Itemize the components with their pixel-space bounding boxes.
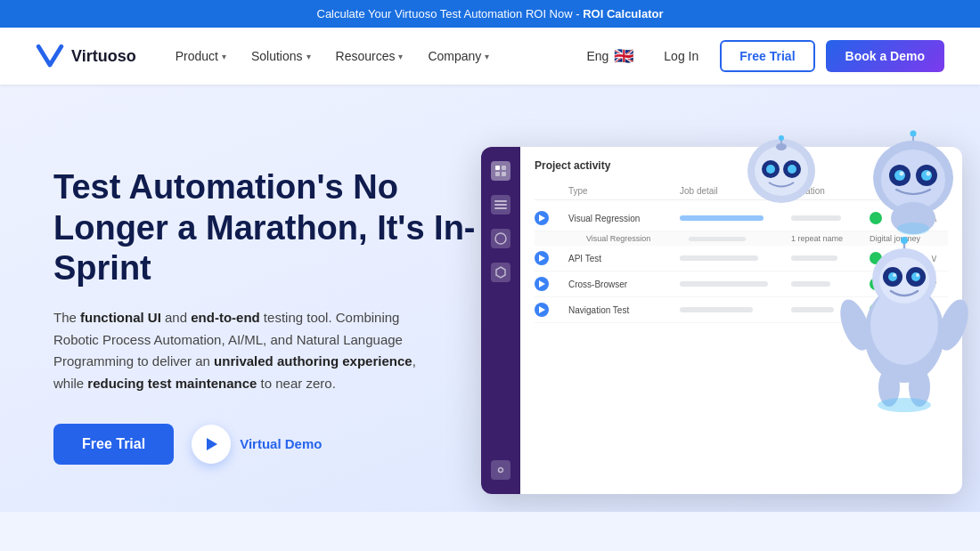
sidebar-nav-icon-4 xyxy=(491,263,510,282)
lang-label: Eng xyxy=(586,49,608,63)
svg-rect-6 xyxy=(494,207,507,209)
nav-company-label: Company xyxy=(428,49,481,63)
sub-row-label: Visual Regression xyxy=(586,234,682,243)
svg-point-17 xyxy=(779,135,784,141)
chevron-down-icon: ▾ xyxy=(306,52,311,61)
bold-functional-ui: functional UI xyxy=(80,310,161,325)
bold-end-to-end: end-to-end xyxy=(191,310,259,325)
col-expand xyxy=(930,186,948,196)
sub-label: Digital journey xyxy=(870,234,923,243)
svg-rect-5 xyxy=(494,204,507,206)
col-duration: Duration xyxy=(791,186,862,196)
svg-rect-4 xyxy=(494,200,507,202)
status-badge xyxy=(870,212,882,224)
mockup-sidebar xyxy=(481,147,520,494)
play-triangle-icon xyxy=(207,438,217,450)
login-button[interactable]: Log In xyxy=(653,44,709,69)
hero-section: Test Automation's No Longer a Marathon, … xyxy=(0,85,980,512)
nav-item-product[interactable]: Product ▾ xyxy=(165,42,237,70)
row-type-label: Cross-Browser xyxy=(568,280,673,289)
table-row: API Test ∨ xyxy=(535,246,948,271)
flag-icon: 🇬🇧 xyxy=(614,46,633,66)
col-type: Type xyxy=(568,186,673,196)
hero-left: Test Automation's No Longer a Marathon, … xyxy=(53,167,481,465)
hero-right: Project activity Type Job detail Duratio… xyxy=(481,120,962,512)
sub-bar xyxy=(689,237,746,241)
svg-point-7 xyxy=(495,233,506,244)
table-row: Navigation Test ∨ xyxy=(535,297,948,323)
hero-free-trial-button[interactable]: Free Trial xyxy=(53,424,174,465)
row-duration-bar xyxy=(791,307,834,312)
nav-solutions-label: Solutions xyxy=(251,49,303,63)
logo-icon xyxy=(36,44,64,69)
play-icon[interactable] xyxy=(192,425,231,464)
row-type-label: API Test xyxy=(568,254,673,263)
book-demo-button[interactable]: Book a Demo xyxy=(826,40,944,72)
chevron-down-icon: ▾ xyxy=(398,52,403,61)
table-row: Cross-Browser ∨ xyxy=(535,271,948,297)
play-row-icon[interactable] xyxy=(535,251,549,265)
logo-text: Virtuoso xyxy=(71,47,136,66)
expand-icon[interactable]: ∨ xyxy=(930,304,948,316)
status-badge xyxy=(870,252,882,264)
banner-link[interactable]: ROI Calculator xyxy=(583,7,663,20)
table-sub-row: Visual Regression 1 repeat name Digital … xyxy=(535,231,948,246)
row-job-bar xyxy=(680,281,768,287)
collapse-icon[interactable]: ∧ xyxy=(930,212,948,224)
play-row-icon[interactable] xyxy=(535,277,549,291)
row-type-label: Navigation Test xyxy=(568,305,673,315)
nav-item-resources[interactable]: Resources ▾ xyxy=(325,42,414,70)
nav-item-solutions[interactable]: Solutions ▾ xyxy=(241,42,322,70)
nav-links: Product ▾ Solutions ▾ Resources ▾ Compan… xyxy=(165,42,578,70)
mockup-table-header: Type Job detail Duration xyxy=(535,182,948,200)
chevron-down-icon: ▾ xyxy=(222,52,226,61)
svg-point-8 xyxy=(499,468,503,473)
table-row: Visual Regression ∧ xyxy=(535,206,948,231)
row-job-bar xyxy=(680,215,764,221)
nav-product-label: Product xyxy=(176,49,218,63)
virtual-demo-button[interactable]: Virtual Demo xyxy=(192,425,322,464)
sidebar-settings-icon xyxy=(491,460,510,480)
row-duration-bar xyxy=(791,215,841,221)
language-selector[interactable]: Eng 🇬🇧 xyxy=(577,41,642,71)
sidebar-nav-icon-2 xyxy=(491,195,510,215)
row-duration-bar xyxy=(791,281,830,287)
nav-right: Eng 🇬🇧 Log In Free Trial Book a Demo xyxy=(577,40,944,72)
row-type-label: Visual Regression xyxy=(568,214,673,223)
nav-item-company[interactable]: Company ▾ xyxy=(417,42,500,70)
row-job-bar xyxy=(680,307,753,312)
hero-cta: Free Trial Virtual Demo xyxy=(53,424,481,465)
top-banner: Calculate Your Virtuoso Test Automation … xyxy=(0,0,980,28)
col-status xyxy=(870,186,923,196)
mockup-main: Project activity Type Job detail Duratio… xyxy=(520,147,962,494)
expand-icon[interactable]: ∨ xyxy=(930,252,948,264)
hero-description: The functional UI and end-to-end testing… xyxy=(53,307,445,395)
sidebar-bottom xyxy=(491,460,510,480)
row-job-bar xyxy=(680,255,758,261)
play-row-icon[interactable] xyxy=(535,211,549,225)
status-badge xyxy=(870,278,882,290)
sidebar-nav-icon-3 xyxy=(491,229,510,248)
free-trial-nav-button[interactable]: Free Trial xyxy=(720,40,814,72)
bold-authoring: unrivaled authoring experience xyxy=(214,353,412,369)
banner-text: Calculate Your Virtuoso Test Automation … xyxy=(317,7,584,20)
ui-mockup: Project activity Type Job detail Duratio… xyxy=(481,147,962,494)
expand-icon[interactable]: ∨ xyxy=(930,278,948,290)
col-play xyxy=(535,186,561,196)
svg-point-44 xyxy=(911,131,917,137)
sidebar-nav-icon-1 xyxy=(491,161,510,181)
nav-resources-label: Resources xyxy=(336,49,396,63)
sub-duration: 1 repeat name xyxy=(791,234,862,243)
svg-rect-2 xyxy=(495,172,500,176)
svg-rect-1 xyxy=(502,166,506,170)
row-duration-bar xyxy=(791,255,837,261)
svg-rect-0 xyxy=(495,166,500,170)
logo-area[interactable]: Virtuoso xyxy=(36,44,136,69)
play-row-icon[interactable] xyxy=(535,303,549,317)
mockup-project-activity-header: Project activity xyxy=(535,159,948,172)
virtual-demo-label: Virtual Demo xyxy=(240,436,322,451)
status-badge xyxy=(870,304,882,316)
svg-rect-3 xyxy=(502,172,506,176)
bold-maintenance: reducing test maintenance xyxy=(87,376,257,391)
chevron-down-icon: ▾ xyxy=(485,52,489,61)
